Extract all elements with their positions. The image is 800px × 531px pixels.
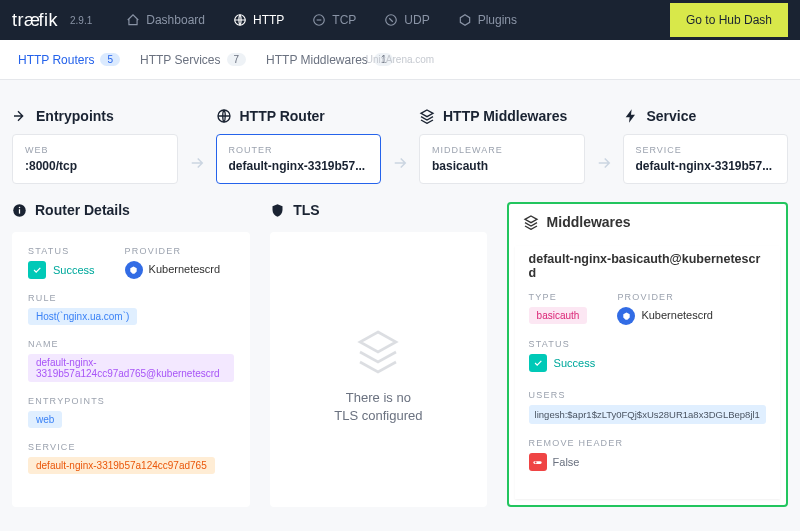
router-details-panel: STATUS Success PROVIDER Kubernetescrd RU…: [12, 232, 250, 507]
rule-chip: Host(`nginx.ua.com`): [28, 308, 137, 325]
middleware-card-label: MIDDLEWARE: [432, 145, 572, 155]
name-chip: default-nginx-3319b57a124cc97ad765@kuber…: [28, 354, 234, 382]
globe-icon: [216, 108, 232, 124]
tls-title: TLS: [270, 202, 486, 218]
nav-tcp[interactable]: TCP: [298, 0, 370, 40]
service-chip: default-nginx-3319b57a124cc97ad765: [28, 457, 215, 474]
mid-provider-label: PROVIDER: [617, 292, 713, 302]
nav-udp[interactable]: UDP: [370, 0, 443, 40]
middleware-card-value: basicauth: [432, 159, 572, 173]
middlewares-title: Middlewares: [509, 204, 786, 240]
svg-point-6: [19, 206, 21, 208]
shield-icon: [270, 203, 285, 218]
toggle-off-icon: [529, 453, 547, 471]
tls-panel: There is no TLS configured: [270, 232, 486, 507]
svg-rect-5: [19, 209, 20, 213]
tab-http-routers-count: 5: [100, 53, 120, 66]
entrypoint-card[interactable]: WEB :8000/tcp: [12, 134, 178, 184]
version-label: 2.9.1: [70, 15, 92, 26]
bolt-icon: [623, 108, 639, 124]
flow-router-header: HTTP Router: [216, 108, 382, 124]
info-icon: [12, 203, 27, 218]
tab-http-routers-label: HTTP Routers: [18, 53, 94, 67]
entrypoints-icon: [12, 108, 28, 124]
nav-http[interactable]: HTTP: [219, 0, 298, 40]
tab-http-middlewares-label: HTTP Middlewares: [266, 53, 368, 67]
router-card[interactable]: ROUTER default-nginx-3319b57...: [216, 134, 382, 184]
flow-entrypoints-header: Entrypoints: [12, 108, 178, 124]
flow-arrow: [186, 142, 208, 184]
mid-users-label: USERS: [529, 390, 766, 400]
udp-icon: [384, 13, 398, 27]
mid-provider-value: Kubernetescrd: [617, 307, 713, 325]
check-icon: [28, 261, 46, 279]
router-details-title: Router Details: [12, 202, 250, 218]
provider-label: PROVIDER: [125, 246, 221, 256]
mid-users-chip: lingesh:$apr1$zLTy0FQj$xUs28UR1a8x3DGLBe…: [529, 405, 766, 424]
mid-removeheader-value: False: [529, 453, 580, 471]
tab-http-services-count: 7: [227, 53, 247, 66]
service-card[interactable]: SERVICE default-nginx-3319b57...: [623, 134, 789, 184]
mid-type-chip: basicauth: [529, 307, 588, 324]
flow-service-header: Service: [623, 108, 789, 124]
nav-tcp-label: TCP: [332, 13, 356, 27]
entrypoints-chip: web: [28, 411, 62, 428]
watermark: UnixArena.com: [366, 54, 434, 65]
entrypoint-card-value: :8000/tcp: [25, 159, 165, 173]
nav-dashboard-label: Dashboard: [146, 13, 205, 27]
tab-http-services-label: HTTP Services: [140, 53, 220, 67]
brand-logo: træfik: [12, 10, 58, 31]
layers-icon: [419, 108, 435, 124]
rule-label: RULE: [28, 293, 234, 303]
check-icon: [529, 354, 547, 372]
nav-plugins-label: Plugins: [478, 13, 517, 27]
detail-row: Router Details STATUS Success PROVIDER K…: [0, 194, 800, 527]
router-card-value: default-nginx-3319b57...: [229, 159, 369, 173]
name-label: NAME: [28, 339, 234, 349]
hub-button[interactable]: Go to Hub Dash: [670, 3, 788, 37]
svg-point-8: [535, 461, 537, 463]
empty-layers-icon: [334, 326, 422, 377]
entrypoint-card-label: WEB: [25, 145, 165, 155]
nav-http-label: HTTP: [253, 13, 284, 27]
entrypoints-label: ENTRYPOINTS: [28, 396, 234, 406]
layers-icon: [523, 214, 539, 230]
status-label: STATUS: [28, 246, 95, 256]
router-card-label: ROUTER: [229, 145, 369, 155]
dashboard-icon: [126, 13, 140, 27]
tab-http-routers[interactable]: HTTP Routers 5: [8, 53, 130, 67]
tcp-icon: [312, 13, 326, 27]
flow-middlewares-header: HTTP Middlewares: [419, 108, 585, 124]
flow-diagram: Entrypoints WEB :8000/tcp HTTP Router RO…: [0, 80, 800, 194]
nav-dashboard[interactable]: Dashboard: [112, 0, 219, 40]
globe-icon: [233, 13, 247, 27]
mid-removeheader-label: REMOVE HEADER: [529, 438, 766, 448]
mid-status-value: Success: [529, 354, 596, 372]
status-value: Success: [28, 261, 95, 279]
kubernetes-icon: [125, 261, 143, 279]
service-card-value: default-nginx-3319b57...: [636, 159, 776, 173]
service-label: SERVICE: [28, 442, 234, 452]
sub-nav: HTTP Routers 5 HTTP Services 7 HTTP Midd…: [0, 40, 800, 80]
nav-udp-label: UDP: [404, 13, 429, 27]
mid-type-label: TYPE: [529, 292, 588, 302]
middleware-name: default-nginx-basicauth@kubernetescrd: [529, 252, 766, 280]
nav-plugins[interactable]: Plugins: [444, 0, 531, 40]
plugin-icon: [458, 13, 472, 27]
svg-rect-7: [533, 461, 541, 464]
service-card-label: SERVICE: [636, 145, 776, 155]
provider-value: Kubernetescrd: [125, 261, 221, 279]
tls-empty-text: There is no TLS configured: [334, 389, 422, 425]
tab-http-services[interactable]: HTTP Services 7: [130, 53, 256, 67]
middlewares-highlight-box: Middlewares default-nginx-basicauth@kube…: [507, 202, 788, 507]
mid-status-label: STATUS: [529, 339, 766, 349]
flow-arrow: [389, 142, 411, 184]
middleware-card[interactable]: MIDDLEWARE basicauth: [419, 134, 585, 184]
kubernetes-icon: [617, 307, 635, 325]
flow-arrow: [593, 142, 615, 184]
top-nav: træfik 2.9.1 Dashboard HTTP TCP UDP Plug…: [0, 0, 800, 40]
